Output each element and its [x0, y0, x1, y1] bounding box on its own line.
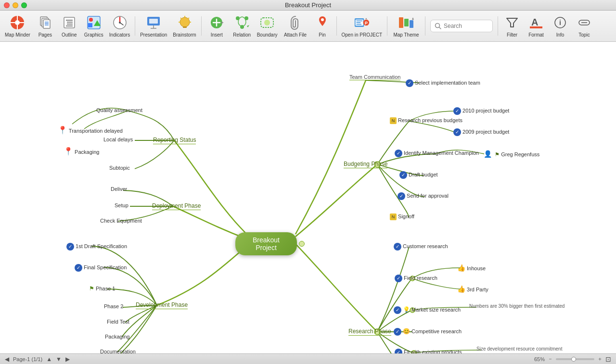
zoom-increase[interactable]: ＋ — [597, 355, 603, 363]
page-indicator: Page-1 (1/1) — [13, 356, 42, 362]
sep-5 — [425, 16, 425, 36]
window-controls[interactable] — [4, 2, 27, 8]
fit-view-icon[interactable]: ⊡ — [605, 355, 611, 363]
statusbar-right: 65% － ＋ ⊡ — [534, 355, 611, 363]
center-node[interactable]: Breakout Project — [235, 232, 297, 255]
info-icon: i — [552, 15, 568, 30]
search-input[interactable] — [444, 23, 487, 29]
toolbar-item-presentation[interactable]: Presentation — [137, 12, 170, 40]
svg-rect-52 — [399, 17, 403, 28]
svg-marker-55 — [412, 17, 414, 20]
svg-point-67 — [374, 329, 380, 335]
main-canvas[interactable]: Breakout Project Reporting Status Qualit… — [0, 42, 616, 353]
nav-down[interactable]: ▼ — [56, 356, 62, 363]
toolbar-item-outline[interactable]: Outline — [57, 12, 81, 40]
toolbar-item-topic[interactable]: Topic — [572, 12, 596, 40]
filter-icon — [504, 15, 520, 30]
toolbar-item-indicators[interactable]: Indicators — [106, 12, 133, 40]
svg-point-43 — [321, 18, 324, 21]
svg-rect-47 — [356, 22, 360, 23]
brainstorm-label: Brainstorm — [173, 32, 196, 38]
svg-line-57 — [439, 27, 441, 29]
svg-rect-65 — [0, 42, 616, 353]
minimize-button[interactable] — [13, 2, 18, 8]
svg-rect-54 — [410, 20, 413, 28]
toolbar-item-attach-file[interactable]: Attach File — [281, 12, 310, 40]
svg-rect-60 — [530, 26, 542, 28]
svg-rect-53 — [404, 19, 409, 26]
nav-next[interactable]: ▶ — [65, 356, 70, 363]
outline-label: Outline — [62, 32, 77, 38]
svg-line-32 — [188, 18, 189, 19]
nav-prev[interactable]: ◀ — [5, 356, 9, 363]
zoom-thumb[interactable] — [571, 357, 576, 362]
svg-point-68 — [410, 276, 415, 281]
svg-text:P: P — [365, 20, 368, 25]
toolbar-item-graphics[interactable]: Graphics — [81, 12, 106, 40]
toolbar-item-search[interactable] — [427, 12, 496, 40]
toolbar-item-filter[interactable]: Filter — [500, 12, 524, 40]
svg-rect-8 — [43, 20, 50, 28]
pin-label: Pin — [319, 32, 325, 38]
brainstorm-icon — [177, 15, 192, 30]
toolbar-item-insert[interactable]: Insert — [204, 12, 230, 40]
svg-point-66 — [374, 162, 380, 167]
map-theme-icon — [398, 15, 414, 30]
boundary-label: Boundary — [257, 32, 278, 38]
toolbar-item-open-project[interactable]: P Open in PROJECT — [339, 12, 385, 40]
svg-point-18 — [89, 18, 93, 22]
relation-label: Relation — [233, 32, 251, 38]
pages-icon — [38, 15, 53, 30]
boundary-icon — [259, 15, 275, 30]
open-project-label: Open in PROJECT — [342, 32, 382, 38]
mindmap-svg — [0, 42, 616, 353]
search-icon — [435, 23, 441, 29]
svg-point-69 — [410, 308, 415, 313]
svg-marker-58 — [507, 18, 517, 27]
sep-6 — [498, 16, 498, 36]
pages-label: Pages — [38, 32, 52, 38]
zoom-decrease[interactable]: － — [548, 355, 553, 363]
zoom-level: 65% — [534, 356, 545, 362]
svg-point-42 — [264, 20, 270, 25]
maximize-button[interactable] — [21, 2, 27, 8]
toolbar-item-info[interactable]: i Info — [548, 12, 572, 40]
svg-point-1 — [15, 20, 20, 25]
toolbar-item-brainstorm[interactable]: Brainstorm — [170, 12, 199, 40]
svg-marker-37 — [221, 22, 224, 24]
toolbar-item-relation[interactable]: Relation — [230, 12, 254, 40]
zoom-track[interactable] — [556, 358, 594, 360]
svg-marker-51 — [365, 18, 367, 19]
map-minder-icon — [10, 15, 25, 30]
attach-file-icon — [288, 15, 303, 30]
titlebar: Breakout Project — [0, 0, 616, 11]
indicators-icon — [112, 15, 128, 30]
filter-label: Filter — [507, 32, 517, 38]
svg-point-39 — [244, 16, 248, 20]
toolbar-item-map-minder[interactable]: Map Minder — [2, 12, 33, 40]
svg-rect-28 — [183, 26, 187, 28]
toolbar-item-map-theme[interactable]: Map Theme — [389, 12, 423, 40]
sep-1 — [135, 16, 135, 36]
svg-point-70 — [411, 351, 416, 353]
map-minder-label: Map Minder — [5, 32, 30, 38]
close-button[interactable] — [4, 2, 10, 8]
toolbar-item-pin[interactable]: Pin — [310, 12, 334, 40]
sep-3 — [336, 16, 337, 36]
sep-4 — [387, 16, 387, 36]
svg-marker-41 — [247, 25, 249, 27]
svg-rect-46 — [356, 20, 362, 21]
svg-text:A: A — [531, 17, 538, 27]
map-theme-label: Map Theme — [393, 32, 419, 38]
svg-rect-20 — [88, 23, 92, 27]
svg-rect-26 — [149, 19, 158, 24]
toolbar-item-boundary[interactable]: Boundary — [254, 12, 281, 40]
toolbar-item-format[interactable]: A Format — [524, 12, 548, 40]
nav-up[interactable]: ▲ — [46, 356, 52, 363]
presentation-icon — [146, 15, 161, 30]
indicators-label: Indicators — [109, 32, 130, 38]
toolbar-item-pages[interactable]: Pages — [33, 12, 57, 40]
format-icon: A — [528, 15, 544, 30]
svg-point-22 — [119, 22, 121, 24]
open-project-icon: P — [354, 15, 370, 30]
